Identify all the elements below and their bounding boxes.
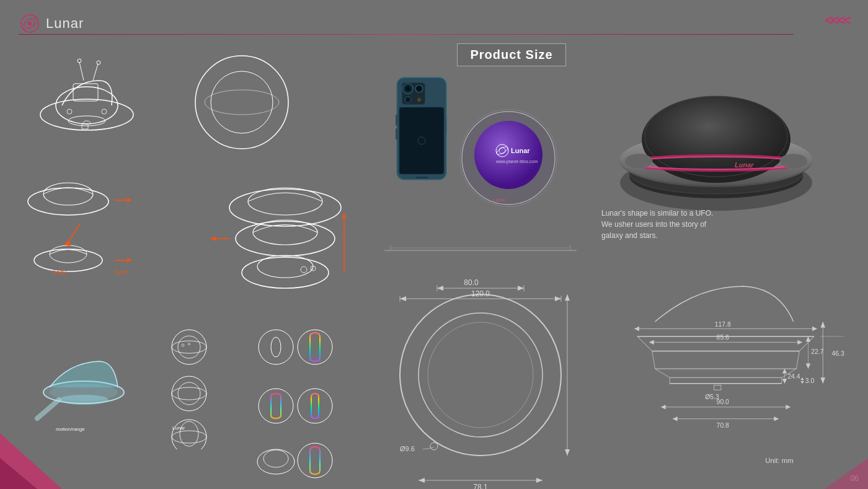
svg-point-81 xyxy=(474,121,542,189)
svg-marker-151 xyxy=(797,340,802,345)
svg-line-136 xyxy=(652,351,655,369)
svg-point-47 xyxy=(188,343,190,345)
nav-arrows[interactable]: <<<< xyxy=(825,12,849,29)
svg-rect-75 xyxy=(396,115,397,126)
svg-marker-158 xyxy=(806,337,811,342)
svg-marker-162 xyxy=(800,377,804,380)
svg-marker-172 xyxy=(786,405,790,410)
svg-point-45 xyxy=(178,336,200,358)
svg-marker-155 xyxy=(820,377,825,384)
svg-line-138 xyxy=(655,369,670,377)
svg-marker-26 xyxy=(127,258,132,263)
description-text: Lunar's shape is similar to a UFO. We us… xyxy=(601,208,725,241)
svg-marker-147 xyxy=(812,327,817,332)
svg-marker-35 xyxy=(342,213,347,219)
svg-point-21 xyxy=(34,249,102,271)
logo-icon xyxy=(19,12,41,35)
svg-line-8 xyxy=(93,64,98,81)
svg-marker-110 xyxy=(418,478,425,483)
svg-rect-73 xyxy=(399,107,444,174)
svg-point-70 xyxy=(417,87,422,91)
svg-point-52 xyxy=(172,431,206,443)
svg-text:78.1: 78.1 xyxy=(473,483,488,489)
svg-text:24.4: 24.4 xyxy=(787,373,800,380)
svg-text:85.6: 85.6 xyxy=(717,334,730,341)
svg-text:46.3: 46.3 xyxy=(832,350,845,357)
svg-line-137 xyxy=(797,351,800,369)
svg-marker-114 xyxy=(565,294,570,301)
svg-text:Lunar: Lunar xyxy=(735,161,754,169)
svg-marker-111 xyxy=(536,478,542,483)
svg-point-56 xyxy=(271,337,281,357)
svg-rect-77 xyxy=(445,118,446,133)
svg-point-92 xyxy=(418,313,542,437)
svg-text:Lunar: Lunar xyxy=(511,147,530,154)
svg-marker-171 xyxy=(661,405,666,410)
svg-marker-163 xyxy=(800,381,804,384)
svg-marker-146 xyxy=(634,327,639,332)
svg-point-33 xyxy=(301,267,307,273)
svg-marker-181 xyxy=(825,458,868,489)
svg-text:3.0: 3.0 xyxy=(805,377,815,384)
svg-point-71 xyxy=(405,97,411,103)
svg-marker-20 xyxy=(127,198,132,203)
svg-point-91 xyxy=(400,294,561,456)
product-size-title-text: Product Size xyxy=(470,48,552,61)
main-content: body front xyxy=(0,40,868,489)
sketch-discs-right xyxy=(205,170,366,313)
svg-text:117.8: 117.8 xyxy=(715,321,731,328)
svg-point-15 xyxy=(195,56,288,149)
logo-text: Lunar xyxy=(46,15,84,32)
svg-point-51 xyxy=(172,420,206,449)
svg-point-14 xyxy=(102,109,107,114)
sketch-ring-top xyxy=(186,53,298,152)
svg-marker-166 xyxy=(782,369,787,374)
svg-point-68 xyxy=(405,86,411,92)
product-size-title-area: Product Size xyxy=(450,43,574,66)
svg-text:80.0: 80.0 xyxy=(464,278,479,287)
svg-point-46 xyxy=(182,344,184,346)
svg-point-43 xyxy=(172,330,206,364)
svg-point-5 xyxy=(56,87,118,124)
svg-marker-98 xyxy=(437,286,443,291)
top-view-drawing: 80.0 120.0 Ø9.6 78.1 xyxy=(384,254,577,489)
svg-marker-175 xyxy=(673,416,678,421)
svg-point-28 xyxy=(248,188,322,215)
svg-point-63 xyxy=(298,443,332,478)
svg-text:70.8: 70.8 xyxy=(717,422,730,429)
svg-text:90.0: 90.0 xyxy=(717,399,730,405)
header: Lunar <<<< xyxy=(0,0,868,46)
svg-marker-167 xyxy=(782,379,787,384)
svg-marker-104 xyxy=(400,296,406,301)
svg-point-44 xyxy=(172,341,206,353)
svg-text:Unit: mm: Unit: mm xyxy=(765,457,794,464)
svg-point-22 xyxy=(50,245,87,263)
svg-rect-142 xyxy=(714,385,721,390)
svg-point-72 xyxy=(417,98,421,102)
svg-point-48 xyxy=(172,376,206,411)
svg-marker-36 xyxy=(210,236,216,241)
left-sketch-panel: body front xyxy=(12,46,372,477)
svg-text:Lunar: Lunar xyxy=(172,425,185,431)
svg-point-17 xyxy=(205,90,279,115)
svg-point-3 xyxy=(28,22,32,25)
bottom-right-decoration xyxy=(825,446,868,489)
sketch-small-circles: Lunar xyxy=(143,325,236,449)
svg-rect-12 xyxy=(82,124,88,129)
svg-point-62 xyxy=(264,450,288,467)
svg-point-50 xyxy=(178,382,200,405)
svg-rect-78 xyxy=(415,177,428,178)
svg-rect-10 xyxy=(73,84,98,101)
svg-marker-105 xyxy=(555,296,561,301)
svg-marker-150 xyxy=(649,340,654,345)
svg-line-134 xyxy=(637,337,652,351)
svg-point-30 xyxy=(253,220,317,245)
header-line xyxy=(19,34,794,35)
svg-point-49 xyxy=(172,387,206,400)
logo-area: Lunar xyxy=(19,12,84,35)
svg-line-6 xyxy=(79,62,84,81)
svg-point-27 xyxy=(229,189,341,226)
svg-marker-159 xyxy=(806,363,811,369)
svg-point-127 xyxy=(625,154,652,169)
svg-line-108 xyxy=(423,447,434,449)
